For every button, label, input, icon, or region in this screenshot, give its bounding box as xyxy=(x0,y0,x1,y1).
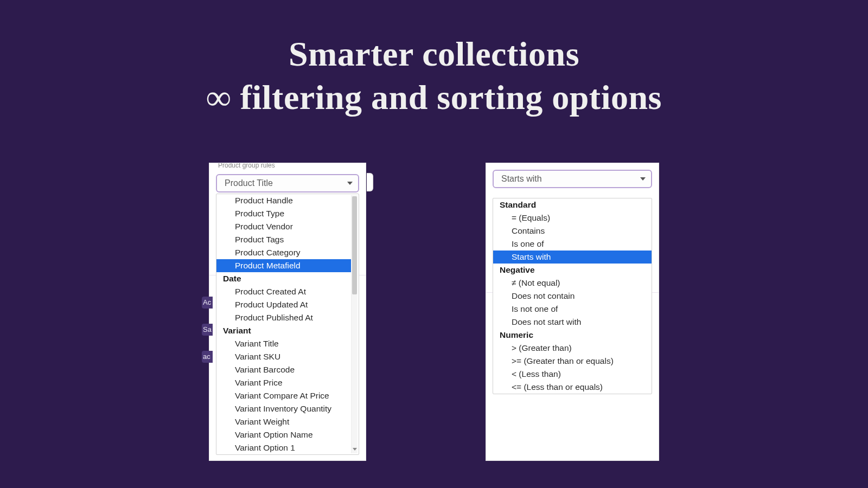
chevron-down-icon xyxy=(640,177,646,181)
panels-row: Ac Sa ac Product group rules Product Tit… xyxy=(0,163,868,461)
select-option[interactable]: > (Greater than) xyxy=(493,342,652,355)
select-option[interactable]: Variant Title xyxy=(216,337,351,350)
select-option[interactable]: Product Vendor xyxy=(216,220,351,233)
panel-caption: Product group rules xyxy=(209,163,366,171)
select-option[interactable]: Product Published At xyxy=(216,311,351,324)
select-option[interactable]: >= (Greater than or equals) xyxy=(493,355,652,368)
select-option[interactable]: Does not start with xyxy=(493,316,652,329)
bg-chip: ac xyxy=(202,351,213,363)
select-option[interactable]: Variant Barcode xyxy=(216,363,351,376)
field-select-value: Product Title xyxy=(225,178,273,188)
select-option[interactable]: Starts with xyxy=(493,251,652,264)
select-option[interactable]: Variant Price xyxy=(216,376,351,389)
select-option[interactable]: Does not contain xyxy=(493,290,652,303)
select-option[interactable]: Product Created At xyxy=(216,285,351,298)
option-group-header: Date xyxy=(216,272,351,285)
select-option[interactable]: Is not one of xyxy=(493,303,652,316)
headline-line-1: Smarter collections xyxy=(0,33,868,76)
operator-select-value: Starts with xyxy=(501,174,542,184)
operator-dropdown-panel: Starts with Standard= (Equals)ContainsIs… xyxy=(486,163,659,461)
select-option[interactable]: Variant Inventory Quantity xyxy=(216,402,351,415)
bg-chip: Ac xyxy=(202,297,213,309)
option-group-header: Negative xyxy=(493,264,652,277)
option-group-header: Numeric xyxy=(493,329,652,342)
scrollbar-thumb[interactable] xyxy=(352,196,357,294)
operator-select-listbox[interactable]: Standard= (Equals)ContainsIs one ofStart… xyxy=(493,198,652,394)
bg-chip: Sa xyxy=(202,324,213,336)
headline-line-2: ∞ filtering and sorting options xyxy=(0,76,868,119)
select-option[interactable]: Variant Option Name xyxy=(216,428,351,441)
select-option[interactable]: Product Tags xyxy=(216,233,351,246)
field-dropdown-panel: Ac Sa ac Product group rules Product Tit… xyxy=(209,163,366,461)
headline: Smarter collections ∞ filtering and sort… xyxy=(0,0,868,119)
operator-select[interactable]: Starts with xyxy=(493,170,652,188)
select-option[interactable]: Product Type xyxy=(216,207,351,220)
field-select[interactable]: Product Title xyxy=(216,174,359,192)
background-chips: Ac Sa ac xyxy=(202,297,213,363)
select-option[interactable]: Product Handle xyxy=(216,194,351,207)
scrollbar[interactable] xyxy=(351,195,358,453)
select-option[interactable]: Is one of xyxy=(493,237,652,251)
select-option[interactable]: Product Updated At xyxy=(216,298,351,311)
select-option[interactable]: = (Equals) xyxy=(493,211,652,224)
select-option[interactable]: Contains xyxy=(493,224,652,237)
field-select-listbox[interactable]: Product HandleProduct TypeProduct Vendor… xyxy=(216,194,359,455)
select-option[interactable]: < (Less than) xyxy=(493,368,652,381)
option-group-header: Standard xyxy=(493,198,652,211)
adjacent-field-edge xyxy=(367,173,373,191)
select-option[interactable]: Product Category xyxy=(216,246,351,259)
select-option[interactable]: Variant SKU xyxy=(216,350,351,363)
select-option[interactable]: Variant Compare At Price xyxy=(216,389,351,402)
option-group-header: Variant xyxy=(216,324,351,337)
scroll-down-icon[interactable] xyxy=(352,446,358,452)
select-option[interactable]: Product Metafield xyxy=(216,259,351,272)
select-option[interactable]: Variant Option 1 xyxy=(216,441,351,454)
chevron-down-icon xyxy=(347,182,353,185)
select-option[interactable]: Variant Weight xyxy=(216,415,351,428)
select-option[interactable]: <= (Less than or equals) xyxy=(493,381,652,394)
select-option[interactable]: ≠ (Not equal) xyxy=(493,277,652,290)
